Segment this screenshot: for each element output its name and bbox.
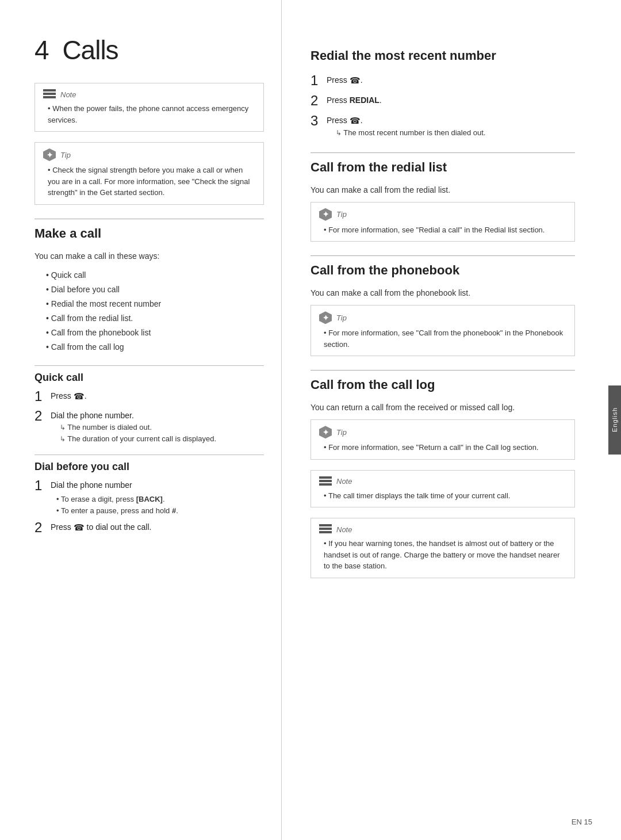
dial-sub-item: To enter a pause, press and hold #. bbox=[56, 505, 264, 517]
tip-box-1: ✦ Tip Check the signal strength before y… bbox=[34, 142, 264, 205]
note-item: When the power fails, the phone cannot a… bbox=[48, 103, 255, 125]
tip-list-phonebook: For more information, see "Call from the… bbox=[319, 327, 566, 350]
make-a-call-intro: You can make a call in these ways: bbox=[34, 250, 264, 262]
make-a-call-heading: Make a call bbox=[34, 219, 264, 245]
side-tab-label: English bbox=[611, 407, 618, 432]
ways-item: Redial the most recent number bbox=[46, 297, 264, 311]
side-tab: English bbox=[608, 385, 621, 455]
dial-step-1: 1 Dial the phone number To erase a digit… bbox=[34, 478, 264, 516]
tip-icon-4: ✦ bbox=[319, 426, 332, 438]
redial-list-heading: Call from the redial list bbox=[310, 152, 575, 178]
quick-call-steps: 1 Press ☎. 2 Dial the phone number. The … bbox=[34, 388, 264, 445]
note-icon-3 bbox=[319, 524, 332, 534]
dial-before-heading: Dial before you call bbox=[34, 455, 264, 473]
ways-item: Call from the call log bbox=[46, 340, 264, 354]
redial-step-1: 1 Press ☎. bbox=[310, 72, 575, 89]
chapter-title: 4 Calls bbox=[34, 35, 264, 66]
tip-icon-1: ✦ bbox=[43, 148, 56, 161]
ways-item: Call from the redial list. bbox=[46, 311, 264, 326]
redial-arrow: The most recent number is then dialed ou… bbox=[327, 127, 575, 139]
phone-icon: ☎ bbox=[74, 390, 85, 403]
tip-icon-2: ✦ bbox=[319, 208, 332, 221]
tip-list-redial: For more information, see "Redial a call… bbox=[319, 224, 566, 236]
redial-step-3: 3 Press ☎. The most recent number is the… bbox=[310, 113, 575, 139]
phone-icon-2: ☎ bbox=[74, 521, 85, 534]
step-2: 2 Dial the phone number. The number is d… bbox=[34, 408, 264, 444]
tip-item: Check the signal strength before you mak… bbox=[48, 165, 255, 198]
ways-list: Quick call Dial before you call Redial t… bbox=[34, 268, 264, 355]
tip-list-1: Check the signal strength before you mak… bbox=[43, 165, 255, 198]
tip-list-calllog: For more information, see "Return a call… bbox=[319, 442, 566, 453]
right-column: Redial the most recent number 1 Press ☎.… bbox=[282, 0, 604, 840]
tip-box-calllog: ✦ Tip For more information, see "Return … bbox=[310, 419, 575, 460]
note-list-1: When the power fails, the phone cannot a… bbox=[43, 103, 255, 125]
ways-item: Dial before you call bbox=[46, 282, 264, 297]
tip-item-phonebook: For more information, see "Call from the… bbox=[324, 327, 566, 350]
dial-sub-list: To erase a digit, press [BACK]. To enter… bbox=[51, 494, 264, 516]
tip-icon-3: ✦ bbox=[319, 311, 332, 324]
note-box-calltimer: Note The call timer displays the talk ti… bbox=[310, 470, 575, 508]
tip-item-redial: For more information, see "Redial a call… bbox=[324, 224, 566, 236]
tip-box-phonebook: ✦ Tip For more information, see "Call fr… bbox=[310, 305, 575, 356]
ways-item: Quick call bbox=[46, 268, 264, 282]
note-list-calltimer: The call timer displays the talk time of… bbox=[319, 490, 566, 502]
tip-box-redial: ✦ Tip For more information, see "Redial … bbox=[310, 202, 575, 242]
call-log-intro: You can return a call from the received … bbox=[310, 402, 575, 414]
ways-item: Call from the phonebook list bbox=[46, 326, 264, 340]
phonebook-intro: You can make a call from the phonebook l… bbox=[310, 287, 575, 299]
note-box-warning: Note If you hear warning tones, the hand… bbox=[310, 518, 575, 578]
note-icon-2 bbox=[319, 476, 332, 487]
note-box-1: Note When the power fails, the phone can… bbox=[34, 83, 264, 132]
arrow-bullet: The duration of your current call is dis… bbox=[51, 433, 264, 445]
quick-call-heading: Quick call bbox=[34, 365, 264, 384]
tip-item-calllog: For more information, see "Return a call… bbox=[324, 442, 566, 453]
page-footer: EN 15 bbox=[572, 818, 592, 826]
left-column: 4 Calls Note When the power fails, the p… bbox=[0, 0, 282, 840]
arrow-bullet: The number is dialed out. bbox=[51, 422, 264, 433]
redial-step-2: 2 Press REDIAL. bbox=[310, 93, 575, 109]
redial-steps: 1 Press ☎. 2 Press REDIAL. 3 Press ☎. Th… bbox=[310, 72, 575, 139]
dial-before-steps: 1 Dial the phone number To erase a digit… bbox=[34, 478, 264, 536]
note-icon-1 bbox=[43, 89, 56, 100]
phonebook-heading: Call from the phonebook bbox=[310, 255, 575, 281]
redial-heading: Redial the most recent number bbox=[310, 48, 575, 67]
phone-icon-4: ☎ bbox=[350, 114, 361, 128]
dial-step-2: 2 Press ☎ to dial out the call. bbox=[34, 520, 264, 536]
note-item-calltimer: The call timer displays the talk time of… bbox=[324, 490, 566, 502]
phone-icon-3: ☎ bbox=[350, 74, 361, 87]
dial-sub-item: To erase a digit, press [BACK]. bbox=[56, 494, 264, 505]
redial-list-intro: You can make a call from the redial list… bbox=[310, 184, 575, 196]
note-list-warning: If you hear warning tones, the handset i… bbox=[319, 538, 566, 572]
step-1: 1 Press ☎. bbox=[34, 388, 264, 405]
note-item-warning: If you hear warning tones, the handset i… bbox=[324, 538, 566, 572]
call-log-heading: Call from the call log bbox=[310, 370, 575, 396]
